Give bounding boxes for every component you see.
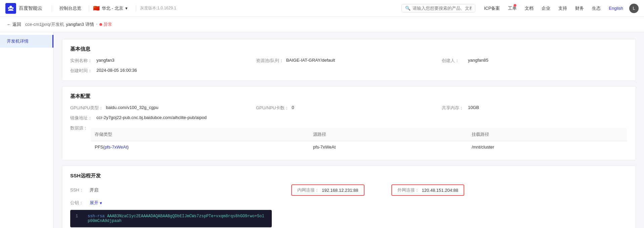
back-label: 返回 xyxy=(12,21,21,27)
basic-config-card: 基本配置 GPU/NPU类型： baidu.com/v100_32g_cgpu … xyxy=(62,86,636,160)
search-box[interactable]: 🔍 xyxy=(401,4,475,12)
table-header-row: 存储类型 源路径 挂载路径 xyxy=(91,128,628,141)
header-divider xyxy=(52,5,52,12)
pubkey-row: 公钥： 展开 ▾ xyxy=(70,200,102,206)
sidebar: 开发机详情 xyxy=(0,32,54,228)
connection-boxes: 内网连接： 192.168.12.231:88 外网连接： 120.48.151… xyxy=(128,184,628,196)
nav-enterprise[interactable]: 企业 xyxy=(538,3,554,13)
source-path-cell: pfs-7xWeAt xyxy=(309,141,468,153)
back-button[interactable]: ← 返回 xyxy=(7,21,21,27)
nav-support[interactable]: 支持 xyxy=(555,3,570,13)
instance-name-label: 实例名称： xyxy=(70,58,94,64)
expand-label: 展开 xyxy=(90,200,98,206)
breadcrumb: ← 返回 cce-cm1jjxrq/开发机 yangfan3 详情 • 异常 xyxy=(0,17,644,32)
resource-pool-value: BAIGE-IAT-GRAY/default xyxy=(286,58,335,63)
shared-memory-label: 共享内存： xyxy=(442,105,465,111)
col-mount-path: 挂载路径 xyxy=(468,128,628,141)
region-text: 华北 - 北京 xyxy=(102,5,123,11)
image-label: 镜像地址： xyxy=(70,115,94,121)
back-arrow-icon: ← xyxy=(7,22,11,27)
page-layout: 开发机详情 基本信息 实例名称： yangfan3 资源池/队列： BAIGE-… xyxy=(0,32,644,228)
svg-point-1 xyxy=(8,7,10,9)
flag-icon: 🇨🇳 xyxy=(93,5,100,11)
breadcrumb-path[interactable]: cce-cm1jjxrq/开发机 xyxy=(25,21,64,27)
gpu-type-item: GPU/NPU类型： baidu.com/v100_32g_cgpu xyxy=(70,105,256,111)
creator-value: yangfan85 xyxy=(468,58,488,63)
ssh-section-title: SSH远程开发 xyxy=(70,173,628,179)
col-source-path: 源路径 xyxy=(309,128,468,141)
notification-dot xyxy=(514,4,516,7)
ssh-row: SSH： 开启 内网连接： 192.168.12.231:88 外网连接： 12… xyxy=(70,184,628,196)
expand-button[interactable]: 展开 ▾ xyxy=(90,200,102,206)
storage-type-link[interactable]: pfs-7xWeAt xyxy=(105,145,127,150)
chevron-down-icon: ▾ xyxy=(125,6,128,11)
pubkey-section: 公钥： 展开 ▾ 1 ssh-rsa AAAB3NzaC1yc2EAAAADAQ… xyxy=(70,200,628,227)
external-value: 120.48.151.204:88 xyxy=(422,188,458,193)
storage-type-cell: PFS(pfs-7xWeAt) xyxy=(91,141,309,153)
header-divider3 xyxy=(136,5,136,12)
svg-point-2 xyxy=(12,7,14,9)
nav-console[interactable]: 控制台总览 xyxy=(56,3,85,13)
top-nav: ICP备案 工单 文档 企业 支持 财务 生态 English xyxy=(481,3,627,13)
logo[interactable]: 百度智能云 xyxy=(5,3,42,14)
internal-label: 内网连接： xyxy=(297,187,319,193)
breadcrumb-sep2: • xyxy=(96,22,98,27)
search-icon: 🔍 xyxy=(405,6,411,11)
chevron-down-icon: ▾ xyxy=(100,201,102,206)
breadcrumb-current: yangfan3 详情 xyxy=(66,21,94,27)
instance-name-item: 实例名称： yangfan3 xyxy=(70,58,256,64)
basic-info-grid: 实例名称： yangfan3 资源池/队列： BAIGE-IAT-GRAY/de… xyxy=(70,58,628,74)
nav-ticket[interactable]: 工单 xyxy=(505,3,520,13)
nav-docs[interactable]: 文档 xyxy=(521,3,537,13)
svg-point-0 xyxy=(9,6,12,8)
config-grid: GPU/NPU类型： baidu.com/v100_32g_cgpu GPU/N… xyxy=(70,105,628,111)
nav-icp[interactable]: ICP备案 xyxy=(481,3,504,13)
gpu-count-value: 0 xyxy=(292,105,294,110)
pubkey-label: 公钥： xyxy=(70,200,87,206)
terminal-block: 1 ssh-rsa AAAB3NzaC1yc2EAAAADAQABAABgQDb… xyxy=(70,210,272,227)
basic-info-title: 基本信息 xyxy=(70,46,628,52)
shared-memory-value: 10GB xyxy=(468,105,479,110)
gpu-type-label: GPU/NPU类型： xyxy=(70,105,103,111)
ssh-cmd: ssh-rsa xyxy=(88,214,104,219)
shared-memory-item: 共享内存： 10GB xyxy=(442,105,628,111)
datasource-label: 数据源： xyxy=(70,125,88,131)
image-item: 镜像地址： ccr-2y7goj22-pub.cnc.bj.baidubce.c… xyxy=(70,115,628,121)
resource-pool-item: 资源池/队列： BAIGE-IAT-GRAY/default xyxy=(256,58,442,64)
datasource-table-wrapper: 存储类型 源路径 挂载路径 PFS(pfs-7xWeAt) pfs-7xWeAt xyxy=(90,125,628,153)
key-value: AAAB3NzaC1yc2EAAAADAQABAABgQDbEIJmCWs7zs… xyxy=(88,214,264,223)
search-input[interactable] xyxy=(413,6,472,11)
region-selector[interactable]: 🇨🇳 华北 - 北京 ▾ xyxy=(93,5,128,11)
logo-icon xyxy=(5,3,16,14)
create-time-item: 创建时间： 2024-08-05 16:00:36 xyxy=(70,68,256,74)
basic-config-title: 基本配置 xyxy=(70,93,628,100)
resource-pool-label: 资源池/队列： xyxy=(256,58,284,64)
basic-info-card: 基本信息 实例名称： yangfan3 资源池/队列： BAIGE-IAT-GR… xyxy=(62,39,636,81)
header: 百度智能云 控制台总览 🇨🇳 华北 - 北京 ▾ 灰度版本:1.0.1629.1… xyxy=(0,0,644,17)
internal-value: 192.168.12.231:88 xyxy=(322,188,358,193)
external-label: 外网连接： xyxy=(397,187,419,193)
ssh-value: 开启 xyxy=(90,187,98,193)
avatar[interactable]: L xyxy=(629,4,639,13)
gpu-count-label: GPU/NPU卡数： xyxy=(256,105,289,111)
main-content: 基本信息 实例名称： yangfan3 资源池/队列： BAIGE-IAT-GR… xyxy=(54,32,644,228)
header-divider2 xyxy=(89,5,89,12)
internal-connection-box: 内网连接： 192.168.12.231:88 xyxy=(291,184,364,196)
creator-item: 创建人： yangfan85 xyxy=(442,58,628,64)
storage-type-prefix: PFS( xyxy=(95,145,105,150)
sidebar-item-devmachine[interactable]: 开发机详情 xyxy=(0,35,53,48)
nav-ecosystem[interactable]: 生态 xyxy=(589,3,604,13)
terminal-code: ssh-rsa AAAB3NzaC1yc2EAAAADAQABAABgQDbEI… xyxy=(88,214,266,223)
storage-type-suffix: ) xyxy=(127,145,129,150)
status-dot xyxy=(99,23,102,26)
version-label: 灰度版本:1.0.1629.1 xyxy=(140,5,176,11)
nav-finance[interactable]: 财务 xyxy=(572,3,587,13)
creator-label: 创建人： xyxy=(442,58,465,64)
nav-english[interactable]: English xyxy=(605,4,627,13)
mount-path-cell: /mnt/cluster xyxy=(468,141,628,153)
table-row: PFS(pfs-7xWeAt) pfs-7xWeAt /mnt/cluster xyxy=(91,141,628,153)
datasource-container: 数据源： 存储类型 源路径 挂载路径 xyxy=(70,125,628,153)
status-label: 异常 xyxy=(103,21,112,27)
instance-name-value: yangfan3 xyxy=(96,58,115,63)
datasource-table: 存储类型 源路径 挂载路径 PFS(pfs-7xWeAt) pfs-7xWeAt xyxy=(90,128,628,153)
